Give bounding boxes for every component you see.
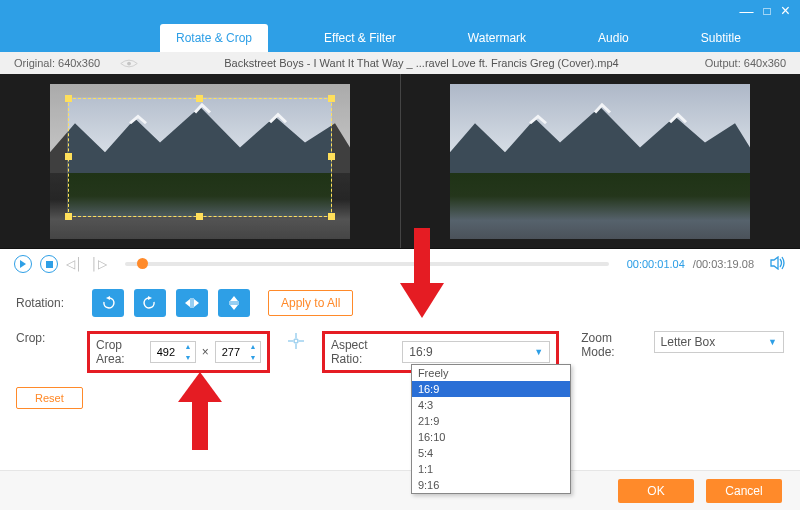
preview-original[interactable] xyxy=(0,74,401,248)
footer: OK Cancel xyxy=(0,470,800,510)
chevron-down-icon: ▼ xyxy=(534,347,543,357)
minimize-button[interactable]: — xyxy=(739,3,753,19)
crop-width-field[interactable]: ▲▼ xyxy=(150,341,196,363)
preview-area xyxy=(0,74,800,249)
svg-rect-4 xyxy=(192,400,208,450)
aspect-label: Aspect Ratio: xyxy=(331,338,396,366)
flip-horizontal-button[interactable] xyxy=(176,289,208,317)
next-frame-button[interactable]: │▷ xyxy=(91,257,108,271)
aspect-dropdown[interactable]: Freely 16:9 4:3 21:9 16:10 5:4 1:1 9:16 xyxy=(411,364,571,494)
time-current: 00:00:01.04 xyxy=(627,258,685,270)
aspect-option[interactable]: 4:3 xyxy=(412,397,570,413)
aspect-option[interactable]: Freely xyxy=(412,365,570,381)
tab-watermark[interactable]: Watermark xyxy=(452,24,542,52)
width-up[interactable]: ▲ xyxy=(181,341,195,352)
tab-effect-filter[interactable]: Effect & Filter xyxy=(308,24,412,52)
center-crop-icon[interactable] xyxy=(286,331,306,356)
close-button[interactable]: × xyxy=(781,2,790,20)
ok-button[interactable]: OK xyxy=(618,479,694,503)
crop-box[interactable] xyxy=(68,98,332,217)
preview-eye-icon[interactable] xyxy=(120,58,138,68)
original-canvas xyxy=(50,84,350,239)
apply-to-all-button[interactable]: Apply to All xyxy=(268,290,353,316)
tab-subtitle[interactable]: Subtitle xyxy=(685,24,757,52)
height-up[interactable]: ▲ xyxy=(246,341,260,352)
titlebar: — □ × xyxy=(0,0,800,22)
original-size-label: Original: 640x360 xyxy=(14,57,100,69)
height-down[interactable]: ▼ xyxy=(246,352,260,363)
crop-handle[interactable] xyxy=(328,95,335,102)
prev-frame-button[interactable]: ◁│ xyxy=(66,257,83,271)
annotation-arrow-up xyxy=(178,372,222,450)
time-total: /00:03:19.08 xyxy=(693,258,754,270)
svg-point-0 xyxy=(127,62,131,66)
crop-width-input[interactable] xyxy=(151,346,181,358)
crop-handle[interactable] xyxy=(196,95,203,102)
svg-point-2 xyxy=(294,339,298,343)
zoom-value: Letter Box xyxy=(661,335,716,349)
cancel-button[interactable]: Cancel xyxy=(706,479,782,503)
seek-bar[interactable] xyxy=(125,262,609,266)
rotate-right-button[interactable] xyxy=(134,289,166,317)
crop-row: Crop: Crop Area: ▲▼ × ▲▼ Aspect Ratio: 1… xyxy=(16,331,784,373)
tab-audio[interactable]: Audio xyxy=(582,24,645,52)
output-canvas xyxy=(450,84,750,239)
svg-rect-1 xyxy=(46,261,53,268)
crop-area-group: Crop Area: ▲▼ × ▲▼ xyxy=(87,331,270,373)
aspect-option[interactable]: 16:10 xyxy=(412,429,570,445)
crop-height-input[interactable] xyxy=(216,346,246,358)
zoom-label: Zoom Mode: xyxy=(581,331,643,359)
crop-height-field[interactable]: ▲▼ xyxy=(215,341,261,363)
aspect-option[interactable]: 16:9 xyxy=(412,381,570,397)
rotate-left-button[interactable] xyxy=(92,289,124,317)
reset-button[interactable]: Reset xyxy=(16,387,83,409)
tab-rotate-crop[interactable]: Rotate & Crop xyxy=(160,24,268,52)
aspect-ratio-select[interactable]: 16:9 ▼ xyxy=(402,341,550,363)
crop-handle[interactable] xyxy=(65,95,72,102)
crop-label: Crop: xyxy=(16,331,77,345)
play-button[interactable] xyxy=(14,255,32,273)
reset-row: Reset xyxy=(16,387,784,409)
svg-rect-3 xyxy=(414,228,430,283)
maximize-button[interactable]: □ xyxy=(763,4,770,18)
crop-handle[interactable] xyxy=(196,213,203,220)
output-size-label: Output: 640x360 xyxy=(705,57,786,69)
zoom-mode-select[interactable]: Letter Box ▼ xyxy=(654,331,784,353)
aspect-option[interactable]: 9:16 xyxy=(412,477,570,493)
crop-handle[interactable] xyxy=(328,213,335,220)
crop-handle[interactable] xyxy=(65,153,72,160)
aspect-option[interactable]: 5:4 xyxy=(412,445,570,461)
info-bar: Original: 640x360 Backstreet Boys - I Wa… xyxy=(0,52,800,74)
aspect-value: 16:9 xyxy=(409,345,432,359)
crop-x-separator: × xyxy=(202,345,209,359)
rotation-label: Rotation: xyxy=(16,296,82,310)
crop-handle[interactable] xyxy=(328,153,335,160)
tab-bar: Rotate & Crop Effect & Filter Watermark … xyxy=(0,22,800,52)
volume-icon[interactable] xyxy=(770,256,786,272)
crop-handle[interactable] xyxy=(65,213,72,220)
stop-button[interactable] xyxy=(40,255,58,273)
width-down[interactable]: ▼ xyxy=(181,352,195,363)
file-name: Backstreet Boys - I Want It That Way _ .… xyxy=(138,57,704,69)
aspect-option[interactable]: 21:9 xyxy=(412,413,570,429)
preview-output xyxy=(401,74,801,248)
annotation-arrow-down xyxy=(400,228,444,318)
seek-knob[interactable] xyxy=(137,258,148,269)
flip-vertical-button[interactable] xyxy=(218,289,250,317)
aspect-option[interactable]: 1:1 xyxy=(412,461,570,477)
aspect-ratio-group: Aspect Ratio: 16:9 ▼ Freely 16:9 4:3 21:… xyxy=(322,331,559,373)
chevron-down-icon: ▼ xyxy=(768,337,777,347)
crop-area-label: Crop Area: xyxy=(96,338,144,366)
